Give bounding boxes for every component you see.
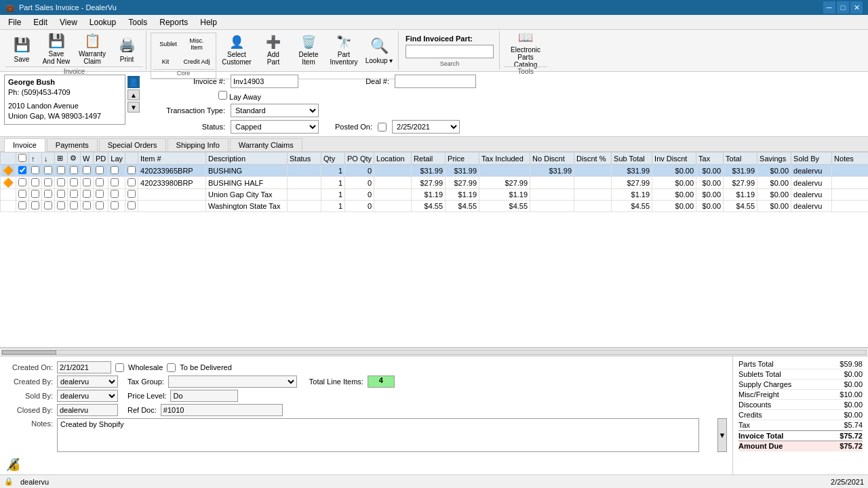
save-button[interactable]: 💾 Save: [5, 31, 38, 66]
header-checkbox[interactable]: [18, 154, 26, 162]
inv-discnt: $0.00: [652, 189, 696, 201]
row-checkbox-cell[interactable]: [16, 201, 29, 212]
delete-item-icon: 🗑️: [299, 35, 318, 49]
transaction-type-label: Transaction Type:: [151, 106, 225, 115]
transaction-type-select[interactable]: Standard: [231, 104, 319, 117]
col-item[interactable]: Item #: [138, 152, 206, 165]
col-w: W: [81, 152, 94, 165]
customer-address2: Union Gap, WA 98903-1497: [8, 111, 121, 121]
notes-textarea[interactable]: [57, 418, 699, 452]
col-tax-included[interactable]: Tax Included: [479, 152, 530, 165]
menu-help[interactable]: Help: [195, 16, 222, 28]
warranty-claim-button[interactable]: 📋 Warranty Claim: [75, 31, 110, 66]
add-part-button[interactable]: ➕ AddPart: [257, 33, 290, 68]
notes: [832, 189, 868, 201]
scroll-down-btn[interactable]: ▼: [127, 102, 140, 113]
posted-checkbox[interactable]: [378, 123, 387, 131]
created-by-select[interactable]: dealervu: [57, 375, 118, 388]
col-description[interactable]: Description: [206, 152, 288, 165]
col-total[interactable]: Total: [724, 152, 757, 165]
closed-by-input[interactable]: [57, 404, 118, 416]
close-button[interactable]: ✕: [850, 1, 863, 14]
menu-reports[interactable]: Reports: [154, 16, 193, 28]
tab-payments[interactable]: Payments: [47, 138, 98, 151]
lookup-button[interactable]: 🔍 Lookup ▾: [363, 33, 395, 68]
horizontal-scrollbar[interactable]: [0, 348, 868, 356]
po-qty: 0: [345, 165, 374, 177]
tax-group-select[interactable]: [168, 375, 297, 388]
notes-scroll-btn[interactable]: ▼: [717, 418, 727, 452]
row-checkbox-cell[interactable]: [16, 165, 29, 177]
notes: [832, 201, 868, 212]
invoice-table-container[interactable]: ↑ ↓ ⊞ ⚙ W PD Lay Item # Description Stat…: [0, 152, 868, 348]
save-new-icon: 💾: [47, 33, 66, 49]
posted-date-select[interactable]: 2/25/2021: [392, 120, 460, 134]
wholesale-checkbox[interactable]: [115, 363, 124, 372]
menu-tools[interactable]: Tools: [123, 16, 153, 28]
price-level-input[interactable]: [170, 390, 238, 402]
menu-lookup[interactable]: Lookup: [84, 16, 121, 28]
customer-lookup-icon[interactable]: 👤: [127, 76, 140, 88]
sublets-total-label: Sublets Total: [738, 370, 781, 378]
notes: [832, 165, 868, 177]
menu-edit[interactable]: Edit: [28, 16, 53, 28]
deal-number-input[interactable]: [395, 75, 476, 88]
sold-by-select[interactable]: dealervu: [57, 390, 118, 402]
table-row[interactable]: 🔶420233980BRPBUSHING HALF10$27.99$27.99$…: [1, 177, 869, 189]
col-status[interactable]: Status: [288, 152, 321, 165]
col-sub-total[interactable]: Sub Total: [612, 152, 652, 165]
tab-invoice[interactable]: Invoice: [4, 138, 45, 152]
to-be-delivered-checkbox[interactable]: [167, 363, 176, 372]
tab-special-orders[interactable]: Special Orders: [99, 138, 166, 151]
table-row[interactable]: Washington State Tax10$4.55$4.55$4.55$4.…: [1, 201, 869, 212]
table-row[interactable]: Union Gap City Tax10$1.19$1.19$1.19$1.19…: [1, 189, 869, 201]
delete-item-button[interactable]: 🗑️ DeleteItem: [292, 33, 325, 68]
print-button[interactable]: 🖨️ Print: [111, 31, 143, 66]
col-discnt-pct[interactable]: Discnt %: [574, 152, 612, 165]
col-po-qty[interactable]: PO Qty: [345, 152, 374, 165]
find-part-input[interactable]: [406, 45, 494, 58]
price: $31.99: [446, 165, 479, 177]
row-checkbox-cell[interactable]: [16, 189, 29, 201]
status-select[interactable]: Capped: [231, 120, 319, 134]
col-location[interactable]: Location: [374, 152, 412, 165]
col-savings[interactable]: Savings: [757, 152, 791, 165]
find-part-label: Find Invoiced Part:: [406, 35, 494, 43]
kit-button[interactable]: Kit: [153, 55, 178, 68]
credit-adj-button[interactable]: Credit Adj: [179, 55, 214, 68]
col-qty[interactable]: Qty: [321, 152, 345, 165]
qty: 1: [321, 189, 345, 201]
scroll-up-btn[interactable]: ▲: [127, 89, 140, 100]
qty: 1: [321, 201, 345, 212]
col-retail[interactable]: Retail: [412, 152, 446, 165]
col-notes[interactable]: Notes: [832, 152, 868, 165]
row-checkbox-cell[interactable]: [16, 177, 29, 189]
add-part-label: AddPart: [267, 51, 279, 66]
misc-item-button[interactable]: Misc. Item: [182, 35, 212, 54]
select-customer-button[interactable]: 👤 SelectCustomer: [219, 33, 254, 68]
menu-view[interactable]: View: [54, 16, 83, 28]
col-sold-by[interactable]: Sold By: [791, 152, 832, 165]
tab-shipping-info[interactable]: Shipping Info: [167, 138, 229, 151]
table-row[interactable]: 🔶420233965BRPBUSHING10$31.99$31.99$31.99…: [1, 165, 869, 177]
minimize-button[interactable]: ─: [823, 1, 835, 14]
col-tax[interactable]: Tax: [696, 152, 724, 165]
menu-file[interactable]: File: [3, 16, 26, 28]
part-inventory-button[interactable]: 🔭 PartInventory: [328, 33, 360, 68]
created-on-input[interactable]: [57, 361, 111, 373]
lay-away-checkbox[interactable]: [218, 91, 227, 100]
lay-away-checkbox-label: Lay Away: [218, 91, 261, 101]
tab-warranty-claims[interactable]: Warranty Claims: [230, 138, 302, 151]
col-inv-discnt[interactable]: Inv Discnt: [652, 152, 696, 165]
col-icon: [1, 152, 16, 165]
save-and-new-button[interactable]: 💾 Save And New: [39, 31, 74, 66]
sublet-button[interactable]: Sublet: [155, 35, 181, 54]
retail: $1.19: [412, 189, 446, 201]
invoice-number-input[interactable]: [231, 75, 298, 88]
discounts-value: $0.00: [844, 401, 863, 409]
electronic-catalog-button[interactable]: 📖 ElectronicParts Catalog: [504, 31, 547, 66]
col-price[interactable]: Price: [446, 152, 479, 165]
col-no-discnt[interactable]: No Discnt: [530, 152, 574, 165]
ref-doc-input[interactable]: [161, 404, 283, 416]
maximize-button[interactable]: □: [837, 1, 849, 14]
